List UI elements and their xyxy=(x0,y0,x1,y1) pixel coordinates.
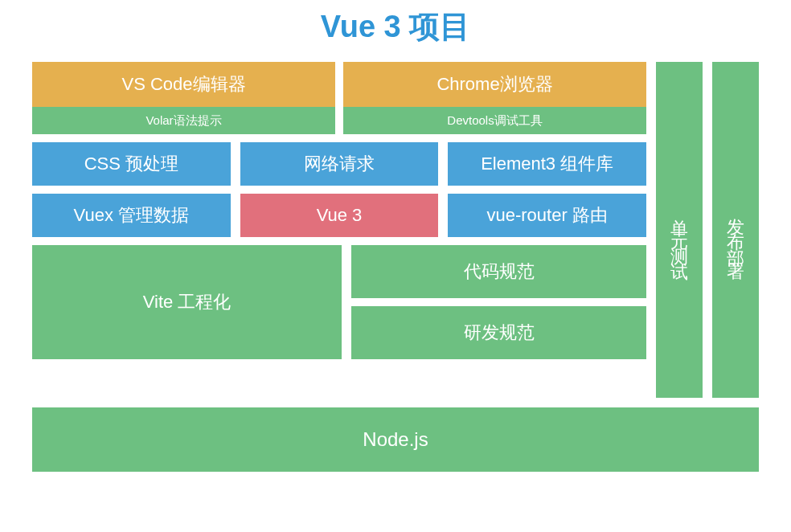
box-vue3-core: Vue 3 xyxy=(240,194,439,237)
spec-column: 代码规范 研发规范 xyxy=(351,245,646,359)
box-css-preprocess: CSS 预处理 xyxy=(32,142,231,186)
side-unit-test: 单元测试 xyxy=(656,62,703,398)
main-column: VS Code编辑器 Volar语法提示 Chrome浏览器 Devtools调… xyxy=(32,62,646,398)
box-vue-router: vue-router 路由 xyxy=(448,194,646,237)
box-element3: Element3 组件库 xyxy=(448,142,646,186)
diagram-title: Vue 3 项目 xyxy=(32,6,759,47)
box-nodejs: Node.js xyxy=(32,407,759,472)
box-devtools: Devtools调试工具 xyxy=(343,107,646,134)
editor-chrome-group: Chrome浏览器 Devtools调试工具 xyxy=(343,62,646,134)
side-deploy: 发布部署 xyxy=(712,62,759,398)
box-vscode: VS Code编辑器 xyxy=(32,62,335,107)
row-editors: VS Code编辑器 Volar语法提示 Chrome浏览器 Devtools调… xyxy=(32,62,646,134)
diagram-body: VS Code编辑器 Volar语法提示 Chrome浏览器 Devtools调… xyxy=(32,62,759,398)
box-code-spec: 代码规范 xyxy=(351,245,646,298)
box-vuex: Vuex 管理数据 xyxy=(32,194,231,237)
row-spec: Vite 工程化 代码规范 研发规范 xyxy=(32,245,646,359)
box-volar: Volar语法提示 xyxy=(32,107,335,134)
row-mid-2: Vuex 管理数据 Vue 3 vue-router 路由 xyxy=(32,194,646,237)
box-vite: Vite 工程化 xyxy=(32,245,342,359)
box-network-request: 网络请求 xyxy=(240,142,439,186)
row-mid-1: CSS 预处理 网络请求 Element3 组件库 xyxy=(32,142,646,186)
box-dev-spec: 研发规范 xyxy=(351,306,646,359)
editor-vscode-group: VS Code编辑器 Volar语法提示 xyxy=(32,62,335,134)
box-chrome: Chrome浏览器 xyxy=(343,62,646,107)
